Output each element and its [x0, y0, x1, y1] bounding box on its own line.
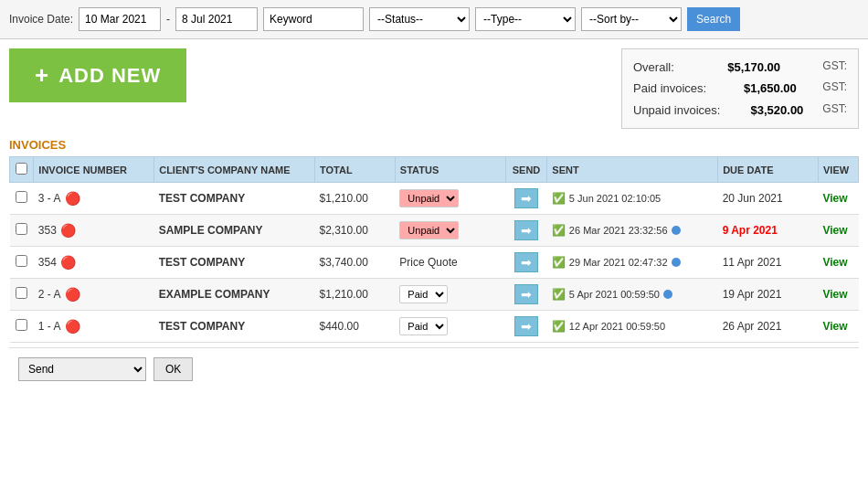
select-all-checkbox[interactable]	[16, 163, 27, 175]
view-link[interactable]: View	[822, 256, 847, 269]
total-cell: $1,210.00	[314, 183, 395, 215]
invoice-number-cell: 1 - A🔴	[34, 311, 154, 343]
pdf-icon[interactable]: 🔴	[60, 223, 76, 238]
sent-check-icon: ✅	[552, 224, 566, 237]
send-button[interactable]: ➡	[514, 316, 538, 336]
bottom-bar: Send OK	[9, 347, 859, 390]
company-name-cell: SAMPLE COMPANY	[154, 215, 315, 247]
status-select[interactable]: --Status--	[369, 7, 470, 31]
send-button[interactable]: ➡	[514, 188, 538, 208]
bulk-action-select[interactable]: Send	[18, 357, 146, 381]
add-new-label: ADD NEW	[58, 64, 161, 88]
invoice-number: 1 - A	[38, 320, 61, 333]
invoice-number: 3 - A	[38, 192, 61, 205]
view-cell: View	[818, 247, 858, 279]
send-arrow-icon: ➡	[521, 223, 532, 238]
company-name: TEST COMPANY	[159, 320, 245, 333]
send-cell: ➡	[505, 215, 547, 247]
header-due-date: DUE DATE	[718, 157, 819, 183]
total-cell: $2,310.00	[314, 215, 395, 247]
sent-check-icon: ✅	[552, 320, 566, 333]
row-checkbox[interactable]	[16, 191, 27, 203]
view-link[interactable]: View	[822, 192, 847, 205]
add-new-button[interactable]: + ADD NEW	[9, 48, 186, 102]
send-arrow-icon: ➡	[521, 191, 532, 206]
unpaid-amount: $3,520.00	[739, 100, 803, 121]
sent-cell: ✅5 Apr 2021 00:59:50	[547, 279, 718, 311]
date-from-input[interactable]	[79, 7, 161, 31]
send-button[interactable]: ➡	[514, 220, 538, 240]
overall-label: Overall:	[633, 57, 674, 78]
pdf-icon[interactable]: 🔴	[65, 319, 80, 334]
pdf-icon[interactable]: 🔴	[65, 287, 80, 302]
row-checkbox-cell	[10, 279, 34, 311]
date-to-input[interactable]	[175, 7, 258, 31]
total-cell: $1,210.00	[314, 279, 395, 311]
sent-cell: ✅29 Mar 2021 02:47:32	[547, 247, 718, 279]
sent-date: 5 Apr 2021 00:59:50	[569, 289, 660, 300]
sent-date: 29 Mar 2021 02:47:32	[569, 257, 668, 268]
invoice-number: 2 - A	[38, 288, 61, 301]
row-checkbox-cell	[10, 311, 34, 343]
row-checkbox[interactable]	[16, 223, 27, 235]
invoice-number: 353	[38, 224, 57, 237]
info-dot-icon[interactable]	[663, 290, 672, 299]
sent-check-icon: ✅	[552, 288, 566, 301]
row-checkbox-cell	[10, 215, 34, 247]
pdf-icon[interactable]: 🔴	[60, 255, 76, 270]
header-sent: SENT	[547, 157, 718, 183]
header-client-company: CLIENT'S COMPANY NAME	[154, 157, 315, 183]
type-select[interactable]: --Type--	[475, 7, 576, 31]
due-date-cell: 26 Apr 2021	[718, 311, 819, 343]
paid-label: Paid invoices:	[633, 78, 706, 99]
pdf-icon[interactable]: 🔴	[65, 191, 80, 206]
view-cell: View	[818, 183, 858, 215]
filter-bar: Invoice Date: - --Status-- --Type-- --So…	[0, 0, 868, 39]
status-cell: Price Quote	[395, 247, 505, 279]
due-date: 20 Jun 2021	[723, 192, 783, 205]
row-checkbox[interactable]	[16, 255, 27, 267]
ok-button[interactable]: OK	[153, 357, 193, 381]
row-checkbox[interactable]	[16, 287, 27, 299]
table-row: 353🔴SAMPLE COMPANY$2,310.00Unpaid➡✅26 Ma…	[10, 215, 859, 247]
status-dropdown[interactable]: Unpaid	[399, 189, 459, 207]
sort-select[interactable]: --Sort by--	[581, 7, 682, 31]
view-link[interactable]: View	[822, 288, 847, 301]
company-name-cell: TEST COMPANY	[154, 247, 315, 279]
send-button[interactable]: ➡	[514, 252, 538, 272]
send-button[interactable]: ➡	[514, 284, 538, 304]
sent-check-icon: ✅	[552, 256, 566, 269]
sent-date: 12 Apr 2021 00:59:50	[569, 321, 665, 332]
invoice-number-cell: 353🔴	[34, 215, 154, 247]
summary-unpaid-row: Unpaid invoices: $3,520.00 GST:	[633, 100, 847, 121]
header-view: VIEW	[818, 157, 858, 183]
unpaid-label: Unpaid invoices:	[633, 100, 720, 121]
company-name: SAMPLE COMPANY	[159, 224, 263, 237]
row-checkbox[interactable]	[16, 319, 27, 331]
company-name-cell: TEST COMPANY	[154, 183, 315, 215]
info-dot-icon[interactable]	[672, 258, 681, 267]
status-dropdown[interactable]: Unpaid	[399, 221, 459, 239]
row-checkbox-cell	[10, 247, 34, 279]
summary-paid-row: Paid invoices: $1,650.00 GST:	[633, 78, 847, 99]
total-cell: $3,740.00	[314, 247, 395, 279]
view-link[interactable]: View	[822, 320, 847, 333]
plus-icon: +	[35, 61, 49, 90]
sent-date: 5 Jun 2021 02:10:05	[569, 193, 661, 204]
invoice-number-cell: 3 - A🔴	[34, 183, 154, 215]
status-dropdown[interactable]: Paid	[399, 285, 448, 303]
search-button[interactable]: Search	[687, 7, 740, 31]
due-date-cell: 19 Apr 2021	[718, 279, 819, 311]
due-date-cell: 11 Apr 2021	[718, 247, 819, 279]
info-dot-icon[interactable]	[672, 226, 681, 235]
view-link[interactable]: View	[822, 224, 847, 237]
total-cell: $440.00	[314, 311, 395, 343]
header-send: SEND	[505, 157, 547, 183]
overall-amount: $5,170.00	[716, 57, 780, 78]
status-dropdown[interactable]: Paid	[399, 317, 448, 335]
table-header-row: INVOICE NUMBER CLIENT'S COMPANY NAME TOT…	[10, 157, 859, 183]
keyword-input[interactable]	[263, 7, 364, 31]
top-row: + ADD NEW Overall: $5,170.00 GST: Paid i…	[9, 48, 859, 129]
status-cell: Paid	[395, 279, 505, 311]
company-name: EXAMPLE COMPANY	[159, 288, 270, 301]
